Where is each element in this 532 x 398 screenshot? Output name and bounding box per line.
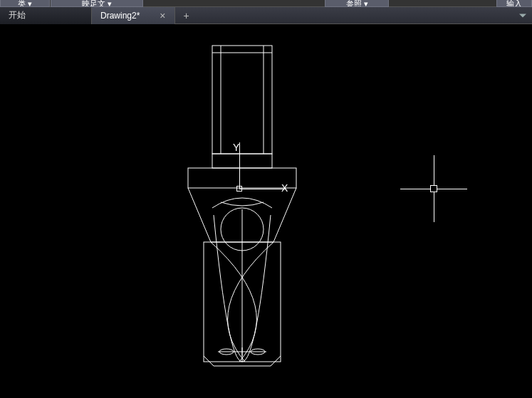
menu-bar: 类 ▾ 映足文 ▾ 参照 ▾ 输入: [0, 0, 532, 7]
menu-label: 映足文: [82, 2, 105, 5]
ucs-x-axis: [239, 189, 286, 189]
menu-item-3[interactable]: 参照 ▾: [325, 0, 389, 7]
svg-line-10: [204, 356, 214, 366]
svg-line-7: [273, 188, 296, 242]
ucs-y-label: Y: [233, 142, 239, 153]
tab-bar: 开始 Drawing2* × +: [0, 7, 532, 24]
plus-icon: +: [183, 10, 189, 21]
crosshair-pickbox: [430, 185, 437, 192]
svg-line-11: [271, 356, 281, 366]
dropdown-caret-icon: ▾: [364, 2, 368, 5]
menu-label: 类: [18, 2, 26, 5]
drawing-canvas[interactable]: Y X: [0, 24, 532, 398]
tab-drawing-active[interactable]: Drawing2* ×: [91, 7, 175, 24]
add-tab-icon[interactable]: +: [179, 9, 194, 22]
svg-rect-5: [188, 168, 296, 188]
menu-label: 输入: [506, 2, 522, 5]
menu-item-1[interactable]: 类 ▾: [0, 0, 50, 7]
cad-drawing: [0, 24, 532, 398]
menu-item-4[interactable]: 输入: [496, 0, 532, 7]
tab-label: 开始: [9, 9, 26, 21]
svg-line-6: [188, 188, 211, 242]
svg-rect-4: [212, 154, 272, 168]
close-icon[interactable]: ×: [160, 11, 165, 21]
tab-nav-caret-icon[interactable]: [519, 14, 526, 17]
ucs-origin-box: [236, 186, 242, 192]
tab-label: Drawing2*: [100, 11, 140, 21]
menu-item-2[interactable]: 映足文 ▾: [51, 0, 143, 7]
tab-start[interactable]: 开始: [0, 7, 91, 24]
svg-rect-0: [212, 46, 272, 154]
dropdown-caret-icon: ▾: [108, 2, 112, 5]
menu-label: 参照: [346, 2, 362, 5]
dropdown-caret-icon: ▾: [28, 2, 32, 5]
ucs-x-label: X: [281, 182, 288, 194]
